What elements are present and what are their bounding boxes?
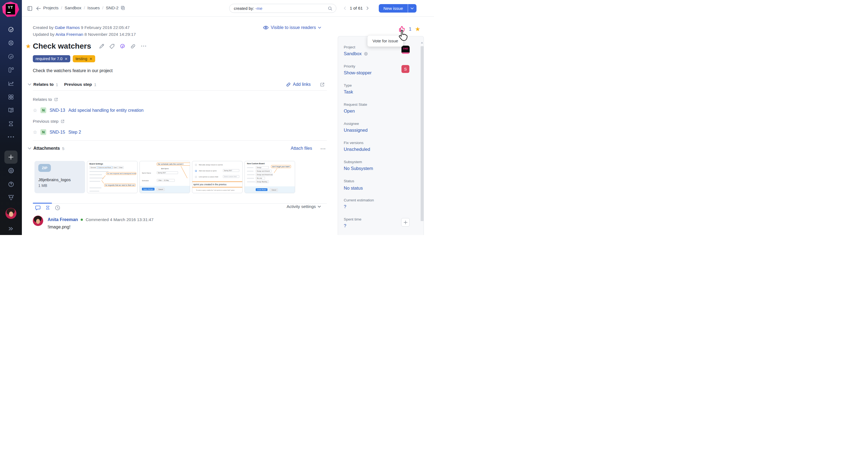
attach-files-button[interactable]: Attach files (291, 146, 312, 151)
new-issue-dropdown[interactable] (408, 4, 416, 12)
field-value-current-estimation[interactable]: ? (344, 204, 346, 209)
prev-issue-icon[interactable] (343, 6, 346, 10)
tab-history-icon[interactable] (55, 205, 60, 210)
tag-icon[interactable] (110, 44, 115, 49)
more-dots-icon[interactable] (0, 136, 22, 138)
tag-testing[interactable]: testing ✕ (73, 55, 95, 62)
apps-grid-icon[interactable] (0, 94, 22, 100)
field-value-text: No status (344, 186, 363, 191)
breadcrumb-issues[interactable]: Issues (88, 5, 100, 10)
links-tab-previous[interactable]: Previous step (64, 82, 92, 87)
remove-tag-icon[interactable]: ✕ (65, 57, 67, 61)
scrollbar-up-arrow[interactable] (421, 42, 423, 43)
attachment-image-thumb[interactable]: Board Settings General Columns and Rows … (87, 161, 137, 193)
field-value-assignee[interactable]: Unassigned (344, 128, 368, 133)
field-value-request-state[interactable]: Open (344, 108, 355, 114)
sidebar-toggle-icon[interactable] (27, 6, 32, 11)
pulse-spiral-icon[interactable] (0, 53, 22, 60)
linked-issue-id[interactable]: SND-15 (50, 130, 65, 135)
search-icon[interactable] (328, 6, 332, 11)
expand-chevrons-icon[interactable] (0, 226, 22, 231)
linked-issue-id[interactable]: SND-13 (50, 108, 65, 113)
breadcrumb-sandbox[interactable]: Sandbox (65, 5, 81, 10)
visibility-selector[interactable]: Visible to issue readers (263, 25, 321, 30)
field-label-subsystem: Subsystem (344, 160, 362, 164)
ai-spiral-icon[interactable] (120, 43, 125, 49)
issues-check-icon[interactable] (0, 26, 22, 33)
breadcrumb-projects[interactable]: Projects (43, 5, 59, 10)
search-input[interactable]: created by: -me (229, 4, 336, 13)
add-spent-time-button[interactable] (401, 218, 410, 227)
scrollbar-thumb[interactable] (421, 46, 424, 221)
issue-description[interactable]: Check the watchers feature in our projec… (33, 68, 113, 73)
field-value-subsystem[interactable]: No Subsystem (344, 166, 373, 171)
more-actions-icon[interactable]: ··· (141, 44, 147, 47)
field-value-project[interactable]: Sandbox (344, 51, 368, 56)
copy-id-icon[interactable] (121, 6, 125, 10)
links-section-header: Relates to 1 Previous step 1 (28, 82, 100, 87)
remove-tag-icon[interactable]: ✕ (89, 57, 92, 61)
activity-settings-button[interactable]: Activity settings (287, 204, 321, 209)
thumb-tab: Chart (118, 166, 124, 169)
breadcrumb-issue-id[interactable]: SND-2 (106, 5, 119, 10)
attachment-image-thumb[interactable]: Manually assign issues to sprints Add ne… (192, 161, 243, 193)
back-arrow-icon[interactable] (36, 6, 41, 11)
star-outline-icon[interactable]: ☆ (33, 108, 37, 113)
star-outline-icon[interactable]: ☆ (33, 130, 37, 135)
panel-scrollbar[interactable] (421, 40, 424, 235)
knowledge-base-book-icon[interactable] (0, 107, 22, 114)
create-plus-button[interactable] (4, 150, 18, 164)
chevron-down-icon (318, 27, 321, 29)
field-value-spent-time[interactable]: ? (344, 223, 346, 229)
open-links-external-icon[interactable] (320, 82, 324, 87)
star-filled-icon[interactable]: ★ (415, 26, 420, 32)
field-value-priority[interactable]: Show-stopper (344, 70, 372, 75)
thumb-field: Spring 2017 (157, 171, 178, 174)
updated-user-link[interactable]: Anita Freeman (56, 32, 84, 37)
tab-spent-time-icon[interactable] (45, 205, 50, 210)
new-issue-button[interactable]: New issue (379, 4, 408, 12)
field-value-text: Unassigned (344, 128, 368, 133)
field-value-fix-versions[interactable]: Unscheduled (344, 147, 370, 152)
project-settings-gear-icon[interactable] (364, 52, 368, 56)
link-icon[interactable] (130, 44, 136, 49)
agile-boards-icon[interactable] (0, 67, 22, 73)
edit-pencil-icon[interactable] (99, 44, 104, 49)
notifications-bell-icon[interactable] (0, 194, 22, 201)
next-issue-icon[interactable] (366, 6, 369, 10)
add-links-button[interactable]: Add links (286, 82, 311, 87)
thumb-text: To enter a query, enable the "Link sprin… (196, 189, 235, 191)
linked-issue-summary[interactable]: Step 2 (68, 130, 81, 135)
field-value-status[interactable]: No status (344, 186, 363, 191)
reports-trend-icon[interactable] (0, 80, 22, 87)
attachments-more-icon[interactable]: ··· (320, 147, 326, 150)
field-value-type[interactable]: Task (344, 89, 353, 95)
helpdesk-lifebuoy-icon[interactable] (0, 40, 22, 46)
collapse-chevron-icon[interactable] (28, 147, 31, 149)
user-avatar[interactable] (5, 208, 17, 219)
settings-gear-icon[interactable] (0, 167, 22, 174)
external-link-icon[interactable] (61, 120, 65, 123)
youtrack-logo[interactable]: YT (2, 2, 19, 17)
created-user-link[interactable]: Gabe Ramos (55, 25, 80, 30)
thumb-text: Link sprints to custom field (199, 176, 218, 178)
tag-required-for-70[interactable]: required for 7.0 ✕ (33, 55, 70, 62)
linked-issue-summary[interactable]: Add special handling for entity creation (68, 108, 144, 113)
timesheets-hourglass-icon[interactable] (0, 121, 22, 127)
attachment-image-thumb[interactable]: New Custom Board Design Design and Artwo… (245, 161, 295, 193)
breadcrumb-separator: / (61, 5, 62, 10)
external-link-icon[interactable] (54, 98, 58, 101)
tab-comments-icon[interactable] (35, 205, 40, 210)
collapse-chevron-icon[interactable] (28, 83, 31, 86)
attachment-image-thumb[interactable]: the schedule sets the current t Edit Spr… (140, 161, 190, 193)
help-icon[interactable] (0, 181, 22, 188)
comment-author-link[interactable]: Anita Freeman (48, 217, 78, 222)
comment-author-avatar[interactable] (33, 215, 43, 226)
star-issue-toggle[interactable]: ★ (25, 43, 31, 49)
created-prefix: Created by (33, 25, 54, 30)
links-tab-relates[interactable]: Relates to (33, 82, 54, 87)
project-snd-badge: SND (401, 46, 410, 54)
issue-type-badge: N (40, 107, 46, 113)
attachment-zip[interactable]: ZIP JBjetbrains_logos 1 MB (34, 161, 85, 193)
comment-body[interactable]: !image.png! (48, 225, 70, 230)
